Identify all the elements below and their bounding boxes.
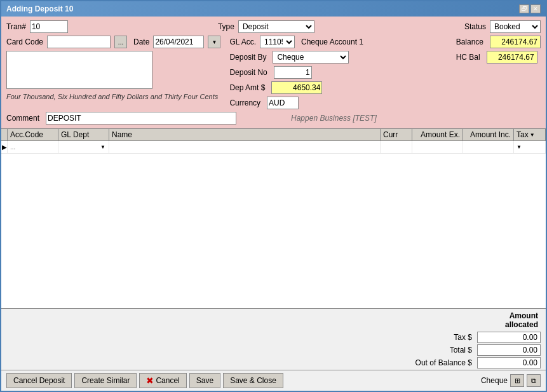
cheque-copy-button[interactable]: ⧉ [527,374,541,387]
totals-section: Amount allocated Tax $ 0.00 Total $ 0.00… [1,309,546,370]
col-header-tax: Tax ▼ [514,129,546,140]
hc-bal-label: HC Bal [456,53,480,62]
title-bar: Adding Deposit 10 🗗 ✕ [1,1,546,17]
cheque-section: Cheque ⊞ ⧉ [481,374,541,387]
depamt-row: Dep Amt $ [229,81,363,94]
tax-label: Tax $ [415,332,475,343]
main-window: Adding Deposit 10 🗗 ✕ Tran# Type Deposit… [0,0,547,392]
card-date-row: Card Code ... Date ▼ [6,36,220,48]
cell-curr [381,141,412,154]
balance-label: Balance [456,37,483,46]
button-row: Cancel Deposit Create Similar ✖ Cancel S… [6,373,283,388]
amount-text: Four Thousand, Six Hundred and Fifty Dol… [6,93,220,100]
cancel-deposit-button[interactable]: Cancel Deposit [6,373,72,388]
status-label: Status [464,22,486,31]
cell-amtinc [463,141,514,154]
table-row: ▶ ... ▼ ▼ [1,141,546,154]
card-code-browse-btn[interactable]: ... [114,36,127,48]
dep-amt-label: Dep Amt $ [229,83,265,92]
type-label: Type [218,22,234,31]
type-select[interactable]: Deposit [238,20,314,33]
balance-value: 246174.67 [490,36,541,48]
comment-input[interactable] [46,112,236,125]
date-input[interactable] [153,36,204,48]
happen-text: Happen Business [TEST] [291,114,377,123]
create-similar-button[interactable]: Create Similar [74,373,137,388]
tax-value: 0.00 [477,332,541,343]
comment-label: Comment [6,114,39,123]
card-code-input[interactable] [47,36,111,48]
gldept-input[interactable] [61,142,99,153]
hcbal-row: HC Bal 246174.67 [456,51,541,64]
close-button[interactable]: ✕ [530,4,541,13]
deposit-by-label: Deposit By [229,53,266,62]
col-header-name: Name [109,129,381,140]
depositby-row: Deposit By Cheque [229,51,363,64]
cheque-table-button[interactable]: ⊞ [510,374,524,387]
cancel-button[interactable]: ✖ Cancel [139,373,186,388]
cheque-label: Cheque [481,376,508,385]
cell-name [109,141,381,154]
cheque-account-label: Cheque Account 1 [301,37,363,46]
total-label: Total $ [415,344,475,356]
cell-gldept: ▼ [58,141,109,154]
totals-table: Amount allocated Tax $ 0.00 Total $ 0.00… [415,311,541,368]
hc-bal-value: 246174.67 [487,51,537,64]
save-button[interactable]: Save [189,373,220,388]
cancel-label: Cancel [156,376,179,385]
dep-amt-input[interactable] [271,81,322,94]
cell-tax: ▼ [514,141,546,154]
memo-textarea[interactable] [6,51,152,89]
col-header-amtinc: Amount Inc. [463,129,514,140]
currency-input[interactable] [267,97,299,109]
glacc-select[interactable]: 11105 [260,36,295,48]
glacc-row: GL Acc. 11105 Cheque Account 1 [229,36,363,48]
col-header-gldept: GL Dept [58,129,109,140]
cancel-icon: ✖ [146,375,154,386]
button-area: Cancel Deposit Create Similar ✖ Cancel S… [1,370,546,391]
form-row-1: Tran# Type Deposit Status Booked [6,20,541,33]
window-title: Adding Deposit 10 [6,4,73,13]
amount-allocated-spacer [415,311,475,330]
col-header-acccode: Acc.Code [8,129,58,140]
form-area: Tran# Type Deposit Status Booked Card Co… [1,17,546,128]
title-bar-controls: 🗗 ✕ [519,4,541,13]
out-of-balance-value: 0.00 [477,357,541,368]
currency-label: Currency [229,98,260,107]
status-select[interactable]: Booked [490,20,541,33]
total-value: 0.00 [477,344,541,356]
depositno-row: Deposit No [229,66,363,79]
deposit-no-input[interactable] [274,66,312,79]
tran-label: Tran# [6,22,26,31]
deposit-by-select[interactable]: Cheque [273,51,349,64]
date-picker-btn[interactable]: ▼ [208,36,220,48]
amount-allocated-header: Amount allocated [477,311,541,329]
balance-row: Balance 246174.67 [456,36,541,48]
cell-acccode: ... [8,141,58,154]
tran-input[interactable] [30,20,68,33]
col-header-curr: Curr [381,129,412,140]
date-label: Date [133,37,149,46]
currency-row: Currency [229,97,363,109]
out-of-balance-label: Out of Balance $ [415,357,475,368]
bottom-bar: Amount allocated Tax $ 0.00 Total $ 0.00… [1,308,546,391]
grid-header: Acc.Code GL Dept Name Curr Amount Ex. Am… [1,128,546,141]
cell-amtex [412,141,463,154]
restore-button[interactable]: 🗗 [519,4,529,13]
glacc-label: GL Acc. [229,37,256,46]
comment-row: Comment Happen Business [TEST] [6,112,541,125]
col-header-amtex: Amount Ex. [412,129,463,140]
card-code-label: Card Code [6,37,43,46]
save-close-button[interactable]: Save & Close [223,373,283,388]
deposit-no-label: Deposit No [229,68,267,77]
grid-area: Acc.Code GL Dept Name Curr Amount Ex. Am… [1,128,546,308]
